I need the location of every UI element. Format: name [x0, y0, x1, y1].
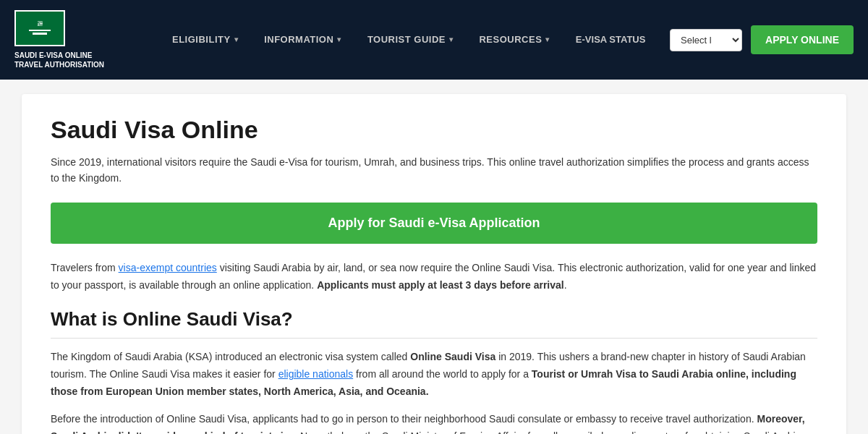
svg-rect-0	[18, 14, 61, 43]
online-saudi-visa-bold: Online Saudi Visa	[410, 351, 495, 362]
nav-evisa-status[interactable]: E-VISA STATUS	[563, 28, 659, 52]
main-content: Saudi Visa Online Since 2019, internatio…	[0, 80, 868, 434]
section-para1-before: The Kingdom of Saudi Arabia (KSA) introd…	[51, 351, 410, 362]
apply-bar-button[interactable]: Apply for Saudi e-Visa Application	[51, 203, 817, 244]
para-traveler-info: Travelers from visa-exempt countries vis…	[51, 260, 817, 294]
nav-information[interactable]: INFORMATION ▾	[251, 28, 354, 51]
apply-online-button[interactable]: APPLY ONLINE	[751, 25, 854, 54]
header-right: Select l APPLY ONLINE	[670, 25, 854, 54]
section-para2-before: Before the introduction of Online Saudi …	[51, 413, 757, 425]
intro-text: Since 2019, international visitors requi…	[51, 154, 817, 187]
chevron-down-icon: ▾	[234, 35, 239, 43]
section-para1-rest: from all around the world to apply for a	[353, 368, 532, 380]
svg-rect-2	[29, 30, 51, 31]
page-title: Saudi Visa Online	[51, 116, 817, 144]
logo-area: ﷽ Saudi E-Visa Online Travel Authorisati…	[14, 10, 130, 69]
para1-end: .	[564, 279, 567, 291]
language-select[interactable]: Select l	[670, 29, 742, 51]
svg-rect-3	[33, 33, 47, 35]
flag-icon: ﷽	[14, 10, 65, 46]
nav-eligibility[interactable]: ELIGIBILITY ▾	[159, 28, 251, 51]
nav-resources[interactable]: RESOURCES ▾	[466, 28, 562, 51]
site-title: Saudi E-Visa Online Travel Authorisation	[14, 51, 116, 69]
header: ﷽ Saudi E-Visa Online Travel Authorisati…	[0, 0, 868, 80]
chevron-down-icon: ▾	[545, 35, 550, 43]
section-title-what-is: What is Online Saudi Visa?	[51, 308, 817, 339]
svg-text:﷽: ﷽	[37, 21, 43, 27]
content-box: Saudi Visa Online Since 2019, internatio…	[22, 94, 846, 434]
nav-tourist-guide[interactable]: TOURIST GUIDE ▾	[354, 28, 467, 51]
visa-exempt-link[interactable]: visa-exempt countries	[119, 262, 217, 273]
para1-before-link: Travelers from	[51, 262, 119, 273]
section-para1: The Kingdom of Saudi Arabia (KSA) introd…	[51, 349, 817, 400]
chevron-down-icon: ▾	[337, 35, 341, 43]
chevron-down-icon: ▾	[449, 35, 454, 43]
main-nav: ELIGIBILITY ▾ INFORMATION ▾ TOURIST GUID…	[130, 28, 670, 52]
eligible-nationals-link[interactable]: eligible nationals	[278, 368, 354, 380]
section-para2: Before the introduction of Online Saudi …	[51, 411, 817, 434]
para1-bold: Applicants must apply at least 3 days be…	[317, 279, 564, 291]
